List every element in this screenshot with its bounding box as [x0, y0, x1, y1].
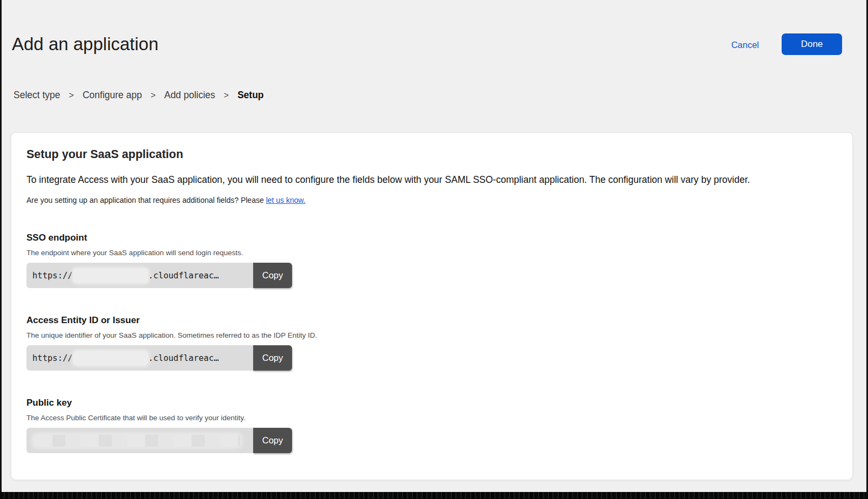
- card-intro-text: To integrate Access with your SaaS appli…: [26, 173, 836, 186]
- done-button[interactable]: Done: [782, 33, 842, 55]
- breadcrumb-step-setup: Setup: [238, 90, 264, 101]
- card-heading: Setup your SaaS application: [26, 147, 836, 161]
- breadcrumb-step-configure-app[interactable]: Configure app: [83, 90, 142, 101]
- sso-endpoint-label: SSO endpoint: [26, 231, 836, 244]
- breadcrumb-separator: >: [151, 91, 155, 100]
- entity-id-copy-button[interactable]: Copy: [253, 345, 292, 371]
- public-key-value[interactable]: [26, 428, 253, 453]
- sso-endpoint-redacted-text: [73, 269, 148, 283]
- note-text: Are you setting up an application that r…: [26, 196, 266, 204]
- sso-endpoint-group: https:// .cloudflareac… Copy: [26, 263, 292, 288]
- sso-endpoint-value-suffix: .cloudflareac…: [148, 271, 219, 281]
- redacted-bottom-bar: [0, 492, 868, 499]
- public-key-description: The Access Public Certificate that will …: [26, 413, 836, 422]
- public-key-redacted-text: [34, 435, 240, 447]
- cancel-button[interactable]: Cancel: [731, 40, 759, 50]
- breadcrumb: Select type > Configure app > Add polici…: [13, 90, 264, 101]
- sso-endpoint-description: The endpoint where your SaaS application…: [26, 248, 836, 257]
- breadcrumb-step-select-type[interactable]: Select type: [13, 90, 60, 101]
- page-title: Add an application: [12, 34, 159, 54]
- entity-id-value-suffix: .cloudflareac…: [148, 353, 219, 363]
- entity-id-value-prefix: https://: [32, 353, 73, 363]
- sso-endpoint-copy-button[interactable]: Copy: [253, 263, 292, 288]
- entity-id-label: Access Entity ID or Issuer: [26, 314, 836, 327]
- screenshot-left-edge: [0, 0, 2, 499]
- setup-card: Setup your SaaS application To integrate…: [11, 132, 853, 480]
- breadcrumb-step-add-policies[interactable]: Add policies: [164, 90, 215, 101]
- entity-id-redacted-text: [73, 351, 148, 365]
- breadcrumb-separator: >: [69, 91, 74, 100]
- let-us-know-link[interactable]: let us know.: [266, 196, 306, 204]
- public-key-label: Public key: [26, 397, 836, 409]
- public-key-group: Copy: [26, 428, 292, 453]
- card-note: Are you setting up an application that r…: [26, 195, 836, 206]
- entity-id-value[interactable]: https:// .cloudflareac…: [26, 345, 253, 371]
- breadcrumb-separator: >: [224, 91, 229, 100]
- sso-endpoint-value-prefix: https://: [32, 271, 73, 281]
- entity-id-group: https:// .cloudflareac… Copy: [26, 345, 292, 371]
- entity-id-description: The unique identifier of your SaaS appli…: [26, 331, 836, 340]
- sso-endpoint-value[interactable]: https:// .cloudflareac…: [26, 263, 253, 288]
- public-key-copy-button[interactable]: Copy: [253, 428, 292, 453]
